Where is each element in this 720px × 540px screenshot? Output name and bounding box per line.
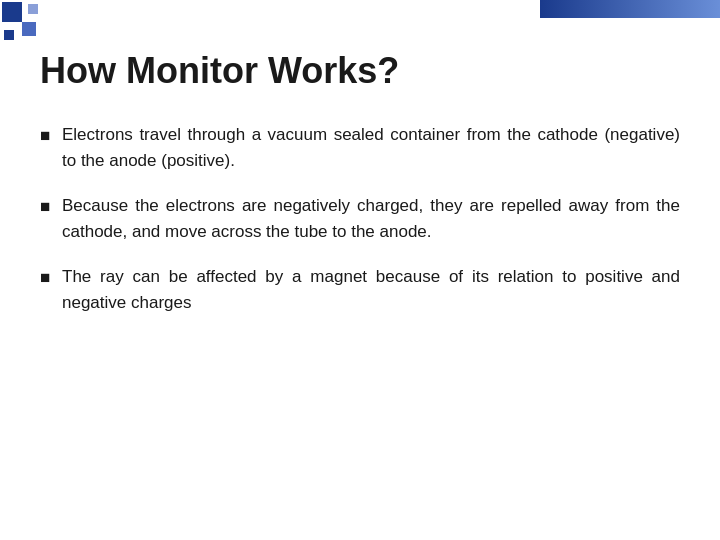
top-right-decoration <box>540 0 720 18</box>
slide-title: How Monitor Works? <box>40 50 680 92</box>
bullet-item-2: ■ Because the electrons are negatively c… <box>40 193 680 244</box>
slide-content: How Monitor Works? ■ Electrons travel th… <box>40 50 680 520</box>
pixel-decoration-1 <box>2 2 22 22</box>
bullet-marker-3: ■ <box>40 265 62 291</box>
bullet-marker-1: ■ <box>40 123 62 149</box>
pixel-decoration-4 <box>4 30 14 40</box>
bullet-item-1: ■ Electrons travel through a vacuum seal… <box>40 122 680 173</box>
bullet-text-3: The ray can be affected by a magnet beca… <box>62 264 680 315</box>
bullet-text-1: Electrons travel through a vacuum sealed… <box>62 122 680 173</box>
bullet-text-2: Because the electrons are negatively cha… <box>62 193 680 244</box>
bullet-list: ■ Electrons travel through a vacuum seal… <box>40 122 680 315</box>
pixel-decoration-3 <box>28 4 38 14</box>
pixel-decoration-2 <box>22 22 36 36</box>
bullet-marker-2: ■ <box>40 194 62 220</box>
bullet-item-3: ■ The ray can be affected by a magnet be… <box>40 264 680 315</box>
